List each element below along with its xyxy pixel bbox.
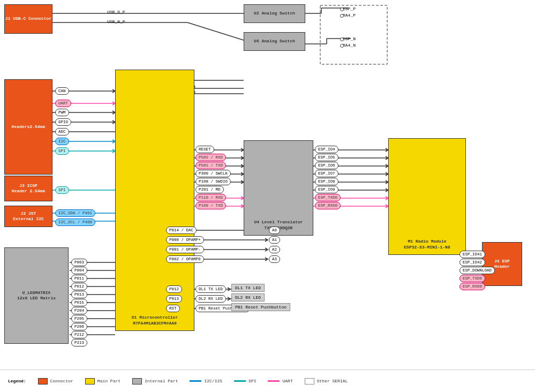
p013-pill: P013 — [71, 291, 87, 298]
u1-mcu-label: U1 MicrocontrollerR7FA4M1AB3CFM#AA0 — [116, 315, 194, 326]
u2-label: U2 Analog Switch — [254, 11, 295, 16]
esp-io4-pill: ESP_IO4 — [315, 146, 338, 153]
j3-icsp-label: J3 ICSPHeader 2.54mm — [12, 183, 45, 194]
p204-pill: P204 — [71, 307, 87, 314]
legend-i2c-label: I2C/I2S — [204, 379, 222, 383]
p109-txd-pill: P109 / TXD — [195, 202, 226, 209]
j1-usbc-block: J1 USB-C Connector — [4, 4, 52, 34]
esp-io8-pill: ESP_IO8 — [315, 178, 338, 185]
esp-io5-pill: ESP_IO5 — [315, 154, 338, 161]
a3-pill: A3 — [269, 255, 280, 263]
pb1-box: PB1 Reset Pushbutton — [231, 303, 290, 311]
dl1-tx-led-label: DL1 TX LED — [195, 285, 226, 293]
u-ledmatrix-block: U_LEDMATRIX12x8 LED Matrix — [4, 247, 69, 344]
p002-opampo-pill: P002 / OPAMP0 — [166, 255, 204, 263]
u6-analog-block: U6 Analog Switch — [244, 32, 305, 51]
esp-download-pill: ESP_DOWNLOAD — [459, 267, 495, 274]
u-ledmatrix-label: U_LEDMATRIX12x8 LED Matrix — [17, 290, 56, 301]
usb-np-label: USB_N_P — [107, 19, 125, 24]
j3-icsp-block: J3 ICSPHeader 2.54mm — [4, 176, 52, 201]
legend-internal-part-label: Internal Part — [145, 379, 178, 383]
svg-line-5 — [187, 22, 244, 40]
p012-led-pill: P012 — [166, 285, 182, 293]
legend-uart-label: UART — [282, 379, 292, 383]
legend-spi: SPI — [234, 379, 256, 383]
m1-radio-block: M1 Radio ModuleESP32-S3-MINI-1-N8 — [388, 138, 466, 255]
a1-pill: A1 — [269, 236, 280, 244]
legend-internal-part: Internal Part — [132, 378, 178, 385]
esp-io6-pill: ESP_IO6 — [315, 162, 338, 169]
j2-jst-label: J2 JSTExternal I2C — [13, 211, 44, 222]
j2-jst-block: J2 JSTExternal I2C — [4, 206, 52, 227]
legend-uart-line — [268, 380, 280, 382]
u1-mcu-block: U1 MicrocontrollerR7FA4M1AB3CFM#AA0 — [115, 70, 194, 331]
legend-main-part-box — [85, 378, 95, 385]
p015-pill: P015 — [71, 299, 87, 306]
reset-pill: RESET — [195, 146, 214, 153]
legend-other-serial: Other SERIAL — [305, 378, 348, 385]
p205-pill: P205 — [71, 315, 87, 322]
legend: Legend: Connector Main Part Internal Par… — [0, 370, 535, 392]
usb-dp-label: USB_D_P — [107, 10, 125, 14]
i2c-sda-pill: I2C_SDA / P401 — [55, 209, 95, 217]
esp-io41-pill: ESP_IO41 — [459, 251, 485, 258]
legend-main-part: Main Part — [85, 378, 120, 385]
p213-pill: P213 — [71, 339, 87, 346]
p004-pill: P004 — [71, 267, 87, 274]
p012-pill: P012 — [71, 283, 87, 290]
p003-pill: P003 — [71, 259, 87, 266]
rst-pill: RST — [166, 305, 180, 312]
esp-n-dot — [340, 37, 344, 41]
dl2-rx-led-label: DL2 RX LED — [195, 295, 226, 303]
ra4-n-label: RA4_N — [343, 43, 356, 48]
p212-pill: P212 — [71, 331, 87, 338]
esp-io42-pill: ESP_IO42 — [459, 259, 485, 266]
esp-n-label: ESP_N — [343, 36, 356, 41]
p206-pill: P206 — [71, 323, 87, 330]
headers254-label: Headers2.54mm — [12, 124, 45, 130]
j6-esp-block: J6 ESPHeader — [482, 242, 522, 286]
esp-txd0-j6-pill: ESP_TXD0 — [459, 275, 485, 282]
p501-txd-pill: P501 / TXD — [195, 162, 226, 169]
a0-pill: A0 — [269, 227, 280, 234]
esp-p-label: ESP_P — [343, 6, 356, 11]
legend-connector-box — [38, 378, 48, 385]
can-pill: CAN — [55, 87, 69, 95]
u2-analog-block: U2 Analog Switch — [244, 4, 305, 23]
ra4-p-dot — [340, 14, 344, 18]
u6-label: U6 Analog Switch — [254, 39, 295, 44]
esp-rxd0-u4-pill: ESP_RXD0 — [315, 202, 341, 209]
esp-io9-pill: ESP_IO9 — [315, 186, 338, 193]
dl1-box: DL1 TX LED — [231, 284, 265, 292]
j6-esp-label: J6 ESPHeader — [494, 259, 510, 270]
legend-title: Legend: — [8, 379, 26, 383]
dl2-box: DL2 RX LED — [231, 293, 265, 301]
legend-spi-line — [234, 380, 246, 382]
p000-opamp-pill: P000 / OPAMP+ — [166, 236, 204, 244]
p013-led-pill: P013 — [166, 295, 182, 303]
legend-spi-label: SPI — [248, 379, 256, 383]
pwm-pill: PWM — [55, 109, 69, 116]
p011-pill: P011 — [71, 275, 87, 282]
p014-dac-pill: P014 / DAC — [166, 227, 197, 234]
p001-opamp-pill: P001 / OPAMP- — [166, 246, 204, 253]
esp-rxd0-j6-pill: ESP_RXD0 — [459, 283, 485, 290]
a2-pill: A2 — [269, 246, 280, 253]
ra4-n-dot — [340, 44, 344, 48]
esp-io7-pill: ESP_IO7 — [315, 170, 338, 177]
legend-uart: UART — [268, 379, 292, 383]
adc-pill: ADC — [55, 128, 69, 135]
legend-i2c-line — [190, 380, 201, 382]
p300-swclk-pill: P300 / SWCLK — [195, 170, 231, 177]
ra4-p-label: RA4_P — [343, 13, 356, 18]
p108-swdio-pill: P108 / SWDIO — [195, 178, 231, 185]
i2c-scl-pill: I2C_SCL / P400 — [55, 218, 95, 226]
diagram-container: J1 USB-C Connector USB_D_P USB_N_P U2 An… — [0, 0, 535, 370]
spi-pill-headers: SPI — [55, 147, 69, 155]
j1-usbc-label: J1 USB-C Connector — [5, 16, 51, 21]
u4-level-block: U4 Level TranslatorTXB0108DQSR — [244, 140, 313, 236]
legend-main-part-label: Main Part — [97, 379, 120, 383]
spi-pill-j3: SPI — [55, 186, 69, 194]
legend-connector: Connector — [38, 378, 73, 385]
esp-p-dot — [340, 7, 344, 11]
